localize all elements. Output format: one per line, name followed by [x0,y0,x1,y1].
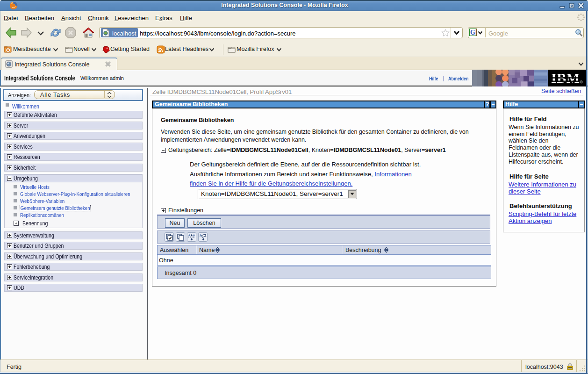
svg-text:G: G [470,29,475,36]
